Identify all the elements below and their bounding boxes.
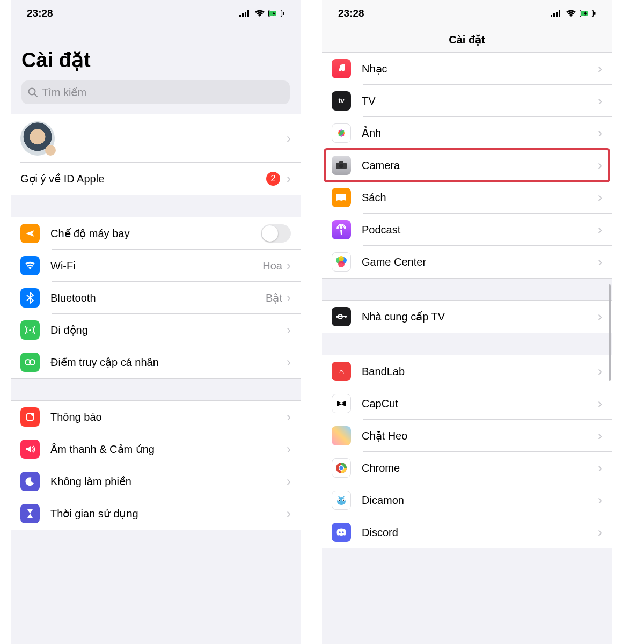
page-title: Cài đặt	[11, 27, 301, 80]
books-row[interactable]: Sách ›	[322, 181, 612, 214]
dicamon-icon	[332, 491, 351, 510]
svg-rect-17	[559, 10, 560, 17]
bandlab-row[interactable]: BandLab ›	[322, 355, 612, 387]
svg-rect-20	[594, 12, 596, 15]
capcut-icon	[332, 394, 351, 413]
discord-label: Discord	[362, 526, 598, 539]
capcut-label: CapCut	[362, 398, 598, 410]
discord-row[interactable]: Discord ›	[322, 516, 612, 548]
chevron-right-icon: ›	[287, 474, 291, 489]
chatheo-icon	[332, 426, 351, 445]
chevron-right-icon: ›	[598, 525, 602, 540]
bandlab-icon	[332, 362, 351, 381]
gamecenter-label: Game Center	[362, 256, 598, 268]
svg-rect-16	[556, 12, 558, 17]
chevron-right-icon: ›	[287, 506, 291, 521]
chrome-label: Chrome	[362, 462, 598, 474]
status-time: 23:28	[27, 8, 53, 19]
dnd-row[interactable]: Không làm phiền ›	[11, 465, 301, 497]
music-icon	[332, 59, 351, 78]
bluetooth-icon	[20, 288, 40, 308]
chevron-right-icon: ›	[287, 131, 291, 146]
airplane-toggle[interactable]	[261, 224, 291, 243]
dnd-label: Không làm phiền	[50, 475, 287, 488]
svg-point-28	[340, 226, 343, 229]
svg-point-38	[340, 466, 343, 470]
chevron-right-icon: ›	[287, 355, 291, 370]
appletv-icon: tv	[332, 91, 351, 111]
apple-id-profile-row[interactable]: ›	[11, 114, 301, 163]
scrollbar[interactable]	[609, 284, 611, 381]
status-bar: 23:28	[11, 0, 301, 27]
tv-label: TV	[362, 95, 598, 107]
bluetooth-row[interactable]: Bluetooth Bật ›	[11, 282, 301, 314]
avatar	[20, 121, 55, 156]
books-icon	[332, 188, 351, 207]
status-bar: 23:28	[322, 0, 612, 27]
sounds-row[interactable]: Âm thanh & Cảm ứng ›	[11, 433, 301, 465]
apple-id-suggestions-row[interactable]: Gợi ý về ID Apple 2 ›	[11, 163, 301, 195]
svg-point-32	[339, 256, 344, 261]
wifi-row[interactable]: Wi-Fi Hoa ›	[11, 250, 301, 282]
camera-label: Camera	[362, 159, 598, 172]
chevron-right-icon: ›	[598, 364, 602, 379]
svg-point-13	[31, 413, 34, 416]
dicamon-row[interactable]: Dicamon ›	[322, 484, 612, 516]
screentime-row[interactable]: Thời gian sử dụng ›	[11, 497, 301, 530]
apple-id-suggestions-label: Gợi ý về ID Apple	[20, 172, 266, 185]
cellular-label: Di động	[50, 324, 287, 336]
bluetooth-value: Bật	[266, 291, 282, 304]
tvprovider-label: Nhà cung cấp TV	[362, 310, 598, 323]
camera-row[interactable]: Camera ›	[322, 149, 612, 181]
music-row[interactable]: Nhạc ›	[322, 53, 612, 85]
svg-point-9	[29, 329, 31, 331]
dicamon-label: Dicamon	[362, 494, 598, 507]
settings-root-screen: 23:28 Cài đặt Tìm kiếm › Gợi ý về ID App…	[11, 0, 301, 644]
hotspot-label: Điểm truy cập cá nhân	[50, 356, 287, 369]
svg-rect-14	[551, 15, 552, 17]
wifi-label: Wi-Fi	[50, 260, 262, 272]
battery-charging-icon	[580, 10, 596, 17]
wifi-value: Hoa	[262, 260, 282, 272]
tvprovider-row[interactable]: Nhà cung cấp TV ›	[322, 301, 612, 333]
chevron-right-icon: ›	[598, 158, 602, 173]
chevron-right-icon: ›	[287, 171, 291, 186]
notification-badge: 2	[266, 172, 280, 186]
cellular-signal-icon	[551, 10, 562, 17]
chevron-right-icon: ›	[598, 309, 602, 324]
discord-icon	[332, 523, 351, 542]
svg-point-44	[339, 531, 341, 533]
podcast-label: Podcast	[362, 224, 598, 236]
capcut-row[interactable]: CapCut ›	[322, 387, 612, 420]
chatheo-label: Chặt Heo	[362, 429, 598, 442]
moon-icon	[20, 472, 40, 491]
gamecenter-row[interactable]: Game Center ›	[322, 246, 612, 278]
chatheo-row[interactable]: Chặt Heo ›	[322, 420, 612, 452]
chevron-right-icon: ›	[287, 290, 291, 305]
chevron-right-icon: ›	[287, 258, 291, 273]
svg-rect-3	[247, 10, 249, 17]
podcast-row[interactable]: Podcast ›	[322, 214, 612, 246]
camera-icon	[332, 156, 351, 175]
sounds-icon	[20, 440, 40, 459]
wifi-icon	[254, 10, 265, 17]
chevron-right-icon: ›	[287, 442, 291, 457]
cellular-row[interactable]: Di động ›	[11, 314, 301, 346]
hotspot-row[interactable]: Điểm truy cập cá nhân ›	[11, 346, 301, 378]
airplane-mode-row[interactable]: Chế độ máy bay	[11, 217, 301, 250]
notifications-icon	[20, 407, 40, 427]
gamecenter-icon	[332, 252, 351, 272]
status-indicators	[551, 10, 596, 17]
notifications-row[interactable]: Thông báo ›	[11, 401, 301, 433]
wifi-settings-icon	[20, 256, 40, 275]
svg-point-34	[336, 316, 338, 318]
search-input[interactable]: Tìm kiếm	[21, 80, 290, 104]
tv-row[interactable]: tv TV ›	[322, 85, 612, 117]
svg-point-43	[343, 500, 344, 501]
photos-row[interactable]: Ảnh ›	[322, 117, 612, 149]
chevron-right-icon: ›	[598, 396, 602, 411]
chrome-row[interactable]: Chrome ›	[322, 452, 612, 484]
music-label: Nhạc	[362, 62, 598, 75]
svg-point-35	[345, 316, 347, 318]
airplane-icon	[20, 224, 40, 243]
